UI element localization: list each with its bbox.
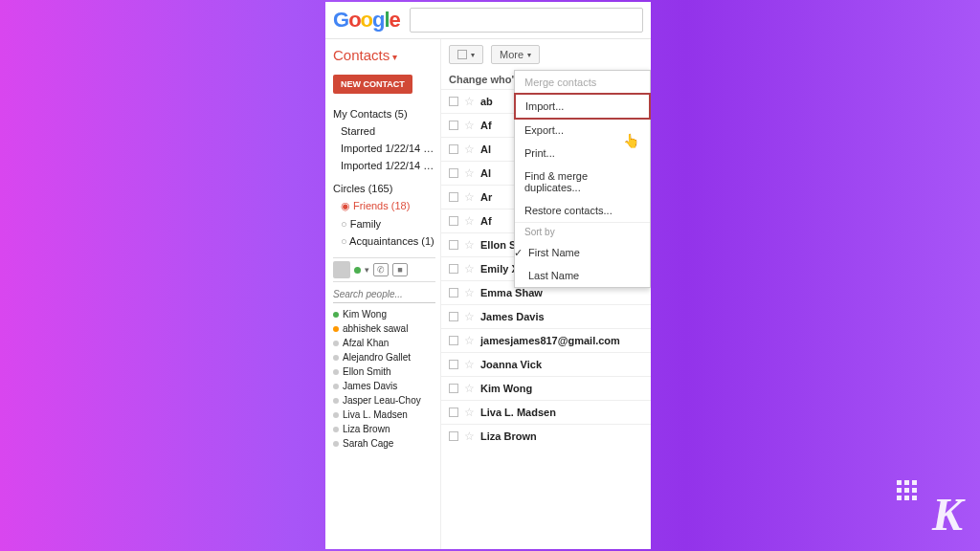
row-checkbox[interactable] <box>449 192 458 202</box>
nav-imported-1[interactable]: Imported 1/22/14 (2) <box>333 140 435 157</box>
chat-person[interactable]: Jasper Leau-Choy <box>333 393 435 408</box>
row-checkbox[interactable] <box>449 240 458 250</box>
star-icon[interactable]: ☆ <box>464 143 475 156</box>
main-panel: ▾ More▾ Change who's Merge contacts Impo… <box>440 39 651 549</box>
star-icon[interactable]: ☆ <box>464 358 475 371</box>
presence-dot-icon <box>333 441 339 447</box>
chat-people-list: Kim Wong abhishek sawal Afzal Khan Aleja… <box>333 307 435 451</box>
row-checkbox[interactable] <box>449 121 458 130</box>
row-checkbox[interactable] <box>449 216 458 226</box>
nav-my-contacts[interactable]: My Contacts (5) <box>333 105 435 122</box>
chat-person[interactable]: Kim Wong <box>333 307 435 321</box>
status-dot-icon <box>354 267 361 274</box>
logo-letter: e <box>390 8 400 32</box>
contact-name: Emma Shaw <box>480 287 543 298</box>
presence-dot-icon <box>333 355 339 361</box>
chat-person[interactable]: Afzal Khan <box>333 336 435 350</box>
menu-import[interactable]: Import... <box>514 93 651 120</box>
contact-name: jamesjames817@gmail.com <box>480 335 620 346</box>
row-checkbox[interactable] <box>449 384 458 393</box>
chat-person[interactable]: James Davis <box>333 379 435 393</box>
star-icon[interactable]: ☆ <box>464 310 475 323</box>
person-name: Kim Wong <box>343 309 387 320</box>
row-checkbox[interactable] <box>449 431 458 441</box>
row-checkbox[interactable] <box>449 288 458 298</box>
contact-row[interactable]: ☆Liva L. Madsen <box>441 400 651 424</box>
contact-row[interactable]: ☆James Davis <box>441 304 651 328</box>
menu-sort-last-name[interactable]: Last Name <box>515 264 650 287</box>
row-checkbox[interactable] <box>449 312 458 321</box>
row-checkbox[interactable] <box>449 336 458 345</box>
menu-sort-by-header: Sort by <box>515 222 650 241</box>
person-name: Afzal Khan <box>343 338 389 348</box>
row-checkbox[interactable] <box>449 97 458 106</box>
star-icon[interactable]: ☆ <box>464 166 475 180</box>
nav-circle-friends[interactable]: Friends (18) <box>333 197 435 215</box>
sidebar: Contacts NEW CONTACT My Contacts (5) Sta… <box>325 39 440 549</box>
contact-row[interactable]: ☆jamesjames817@gmail.com <box>441 328 651 352</box>
chat-person[interactable]: Liva L. Madsen <box>333 408 435 422</box>
row-checkbox[interactable] <box>449 360 458 369</box>
menu-restore[interactable]: Restore contacts... <box>515 199 650 222</box>
watermark: K <box>896 480 963 538</box>
search-people-input[interactable] <box>333 286 435 303</box>
menu-sort-first-name[interactable]: ✓First Name <box>515 241 650 264</box>
more-button[interactable]: More▾ <box>491 45 540 64</box>
contacts-dropdown[interactable]: Contacts <box>333 47 435 63</box>
menu-label: First Name <box>528 247 580 258</box>
contact-row[interactable]: ☆Kim Wong <box>441 376 651 400</box>
search-input[interactable] <box>410 8 643 33</box>
person-name: abhishek sawal <box>343 323 408 334</box>
star-icon[interactable]: ☆ <box>464 238 475 252</box>
chat-person[interactable]: Alejandro Gallet <box>333 350 435 364</box>
contact-name: ab <box>480 96 493 107</box>
person-name: Liva L. Madsen <box>343 409 408 420</box>
star-icon[interactable]: ☆ <box>464 214 475 228</box>
contact-name: Kim Wong <box>480 383 532 394</box>
chevron-down-icon[interactable]: ▾ <box>365 265 369 275</box>
menu-find-merge[interactable]: Find & merge duplicates... <box>515 165 650 199</box>
chat-person[interactable]: abhishek sawal <box>333 321 435 336</box>
nav-starred[interactable]: Starred <box>333 122 435 140</box>
google-contacts-window: Google Contacts NEW CONTACT My Contacts … <box>325 2 651 549</box>
star-icon[interactable]: ☆ <box>464 334 475 347</box>
select-all-button[interactable]: ▾ <box>449 45 483 64</box>
body: Contacts NEW CONTACT My Contacts (5) Sta… <box>325 39 651 549</box>
menu-export[interactable]: Export... <box>515 119 650 142</box>
presence-dot-icon <box>333 326 339 332</box>
nav-circle-acquaintances[interactable]: Acquaintances (1) <box>333 232 435 250</box>
chat-person[interactable]: Liza Brown <box>333 422 435 436</box>
presence-dot-icon <box>333 341 339 346</box>
presence-dot-icon <box>333 412 339 418</box>
star-icon[interactable]: ☆ <box>464 262 475 276</box>
contact-name: Liza Brown <box>480 430 537 442</box>
star-icon[interactable]: ☆ <box>464 95 475 108</box>
presence-dot-icon <box>333 312 339 318</box>
star-icon[interactable]: ☆ <box>464 430 475 443</box>
chat-person[interactable]: Ellon Smith <box>333 364 435 379</box>
star-icon[interactable]: ☆ <box>464 119 475 132</box>
contact-name: Al <box>480 143 491 155</box>
contact-row[interactable]: ☆Liza Brown <box>441 424 651 448</box>
new-contact-button[interactable]: NEW CONTACT <box>333 75 412 94</box>
chat-person[interactable]: Sarah Cage <box>333 436 435 451</box>
contact-row[interactable]: ☆Joanna Vick <box>441 352 651 376</box>
star-icon[interactable]: ☆ <box>464 382 475 395</box>
star-icon[interactable]: ☆ <box>464 286 475 299</box>
nav-circles[interactable]: Circles (165) <box>333 180 435 197</box>
nav-imported-2[interactable]: Imported 1/22/14 1 ... <box>333 157 435 174</box>
video-icon[interactable]: ■ <box>392 263 408 276</box>
logo-letter: g <box>372 8 384 32</box>
chevron-down-icon: ▾ <box>471 51 475 59</box>
row-checkbox[interactable] <box>449 168 458 178</box>
menu-print[interactable]: Print... <box>515 142 650 165</box>
row-checkbox[interactable] <box>449 408 458 417</box>
nav-circle-family[interactable]: Family <box>333 215 435 232</box>
star-icon[interactable]: ☆ <box>464 190 475 204</box>
person-name: Liza Brown <box>343 424 390 434</box>
row-checkbox[interactable] <box>449 264 458 274</box>
star-icon[interactable]: ☆ <box>464 406 475 419</box>
row-checkbox[interactable] <box>449 144 458 154</box>
phone-icon[interactable]: ✆ <box>373 263 389 276</box>
chevron-down-icon: ▾ <box>527 51 531 59</box>
